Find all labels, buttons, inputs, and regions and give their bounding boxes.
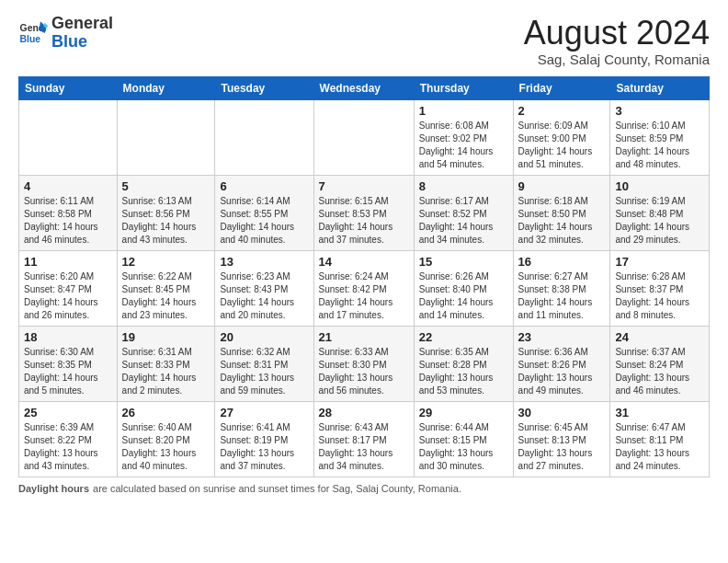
- day-number: 25: [24, 406, 112, 419]
- day-info: Sunrise: 6:40 AM Sunset: 8:20 PM Dayligh…: [122, 421, 210, 473]
- day-info: Sunrise: 6:10 AM Sunset: 8:59 PM Dayligh…: [615, 120, 704, 171]
- day-number: 4: [24, 179, 112, 193]
- calendar-cell: 14Sunrise: 6:24 AM Sunset: 8:42 PM Dayli…: [313, 250, 414, 326]
- footer: Daylight hours are calculated based on s…: [18, 483, 710, 494]
- day-info: Sunrise: 6:33 AM Sunset: 8:30 PM Dayligh…: [319, 346, 409, 397]
- day-number: 29: [419, 406, 508, 419]
- day-number: 28: [319, 406, 409, 419]
- day-info: Sunrise: 6:39 AM Sunset: 8:22 PM Dayligh…: [24, 421, 112, 473]
- calendar-week-2: 4Sunrise: 6:11 AM Sunset: 8:58 PM Daylig…: [19, 175, 710, 250]
- calendar-cell: [313, 99, 414, 175]
- calendar-cell: 29Sunrise: 6:44 AM Sunset: 8:15 PM Dayli…: [414, 401, 513, 477]
- calendar-cell: 28Sunrise: 6:43 AM Sunset: 8:17 PM Dayli…: [313, 401, 414, 477]
- calendar-cell: 30Sunrise: 6:45 AM Sunset: 8:13 PM Dayli…: [513, 401, 610, 477]
- day-number: 6: [220, 179, 308, 193]
- day-info: Sunrise: 6:08 AM Sunset: 9:02 PM Dayligh…: [419, 120, 508, 171]
- calendar-week-5: 25Sunrise: 6:39 AM Sunset: 8:22 PM Dayli…: [19, 401, 710, 477]
- day-number: 31: [615, 406, 704, 419]
- calendar-cell: 12Sunrise: 6:22 AM Sunset: 8:45 PM Dayli…: [117, 250, 215, 326]
- calendar-week-3: 11Sunrise: 6:20 AM Sunset: 8:47 PM Dayli…: [19, 250, 710, 326]
- calendar-header-saturday: Saturday: [610, 76, 710, 99]
- day-info: Sunrise: 6:15 AM Sunset: 8:53 PM Dayligh…: [319, 195, 409, 247]
- day-number: 2: [518, 104, 606, 118]
- day-info: Sunrise: 6:18 AM Sunset: 8:50 PM Dayligh…: [518, 195, 606, 247]
- day-info: Sunrise: 6:24 AM Sunset: 8:42 PM Dayligh…: [319, 270, 409, 322]
- logo-blue-text: Blue: [51, 32, 87, 51]
- footer-label: Daylight hours: [18, 483, 89, 494]
- day-number: 16: [518, 255, 606, 269]
- calendar-cell: 11Sunrise: 6:20 AM Sunset: 8:47 PM Dayli…: [19, 250, 118, 326]
- day-number: 20: [220, 330, 308, 344]
- day-info: Sunrise: 6:37 AM Sunset: 8:24 PM Dayligh…: [615, 346, 704, 397]
- calendar-cell: 24Sunrise: 6:37 AM Sunset: 8:24 PM Dayli…: [610, 326, 710, 401]
- calendar-cell: [117, 99, 215, 175]
- calendar-cell: 22Sunrise: 6:35 AM Sunset: 8:28 PM Dayli…: [414, 326, 513, 401]
- day-info: Sunrise: 6:11 AM Sunset: 8:58 PM Dayligh…: [24, 195, 112, 247]
- day-number: 11: [24, 255, 112, 269]
- calendar-cell: 9Sunrise: 6:18 AM Sunset: 8:50 PM Daylig…: [513, 175, 610, 250]
- day-info: Sunrise: 6:22 AM Sunset: 8:45 PM Dayligh…: [122, 270, 210, 322]
- day-number: 10: [615, 179, 704, 193]
- page: General Blue General Blue August 2024 Sa…: [0, 0, 728, 563]
- day-number: 23: [518, 330, 606, 344]
- day-number: 22: [419, 330, 508, 344]
- day-number: 26: [122, 406, 210, 419]
- day-info: Sunrise: 6:44 AM Sunset: 8:15 PM Dayligh…: [419, 421, 508, 473]
- day-number: 30: [518, 406, 606, 419]
- day-number: 15: [419, 255, 508, 269]
- calendar-cell: 5Sunrise: 6:13 AM Sunset: 8:56 PM Daylig…: [117, 175, 215, 250]
- day-number: 3: [615, 104, 704, 118]
- calendar-cell: 10Sunrise: 6:19 AM Sunset: 8:48 PM Dayli…: [610, 175, 710, 250]
- logo-icon: General Blue: [18, 18, 48, 48]
- day-info: Sunrise: 6:31 AM Sunset: 8:33 PM Dayligh…: [122, 346, 210, 397]
- day-number: 18: [24, 330, 112, 344]
- day-info: Sunrise: 6:26 AM Sunset: 8:40 PM Dayligh…: [419, 270, 508, 322]
- calendar-cell: 17Sunrise: 6:28 AM Sunset: 8:37 PM Dayli…: [610, 250, 710, 326]
- day-info: Sunrise: 6:45 AM Sunset: 8:13 PM Dayligh…: [518, 421, 606, 473]
- day-info: Sunrise: 6:43 AM Sunset: 8:17 PM Dayligh…: [319, 421, 409, 473]
- day-info: Sunrise: 6:20 AM Sunset: 8:47 PM Dayligh…: [24, 270, 112, 322]
- day-info: Sunrise: 6:41 AM Sunset: 8:19 PM Dayligh…: [220, 421, 308, 473]
- day-number: 1: [419, 104, 508, 118]
- day-number: 14: [319, 255, 409, 269]
- calendar-week-1: 1Sunrise: 6:08 AM Sunset: 9:02 PM Daylig…: [19, 99, 710, 175]
- day-info: Sunrise: 6:13 AM Sunset: 8:56 PM Dayligh…: [122, 195, 210, 247]
- day-info: Sunrise: 6:17 AM Sunset: 8:52 PM Dayligh…: [419, 195, 508, 247]
- day-number: 8: [419, 179, 508, 193]
- logo-general-text: General: [51, 14, 113, 32]
- day-number: 19: [122, 330, 210, 344]
- day-number: 17: [615, 255, 704, 269]
- day-info: Sunrise: 6:14 AM Sunset: 8:55 PM Dayligh…: [220, 195, 308, 247]
- calendar-header-row: SundayMondayTuesdayWednesdayThursdayFrid…: [19, 76, 710, 99]
- calendar: SundayMondayTuesdayWednesdayThursdayFrid…: [18, 76, 710, 477]
- calendar-cell: [215, 99, 313, 175]
- calendar-header-monday: Monday: [117, 76, 215, 99]
- calendar-cell: 20Sunrise: 6:32 AM Sunset: 8:31 PM Dayli…: [215, 326, 313, 401]
- calendar-cell: 16Sunrise: 6:27 AM Sunset: 8:38 PM Dayli…: [513, 250, 610, 326]
- day-info: Sunrise: 6:35 AM Sunset: 8:28 PM Dayligh…: [419, 346, 508, 397]
- logo: General Blue General Blue: [18, 15, 113, 52]
- calendar-cell: 31Sunrise: 6:47 AM Sunset: 8:11 PM Dayli…: [610, 401, 710, 477]
- day-info: Sunrise: 6:28 AM Sunset: 8:37 PM Dayligh…: [615, 270, 704, 322]
- calendar-cell: 7Sunrise: 6:15 AM Sunset: 8:53 PM Daylig…: [313, 175, 414, 250]
- calendar-cell: 23Sunrise: 6:36 AM Sunset: 8:26 PM Dayli…: [513, 326, 610, 401]
- header: General Blue General Blue August 2024 Sa…: [18, 15, 710, 67]
- footer-text: are calculated based on sunrise and suns…: [93, 483, 461, 494]
- calendar-cell: 19Sunrise: 6:31 AM Sunset: 8:33 PM Dayli…: [117, 326, 215, 401]
- day-number: 27: [220, 406, 308, 419]
- month-year: August 2024: [524, 15, 710, 52]
- calendar-cell: 6Sunrise: 6:14 AM Sunset: 8:55 PM Daylig…: [215, 175, 313, 250]
- calendar-header-friday: Friday: [513, 76, 610, 99]
- day-number: 12: [122, 255, 210, 269]
- day-info: Sunrise: 6:30 AM Sunset: 8:35 PM Dayligh…: [24, 346, 112, 397]
- calendar-cell: 8Sunrise: 6:17 AM Sunset: 8:52 PM Daylig…: [414, 175, 513, 250]
- day-info: Sunrise: 6:36 AM Sunset: 8:26 PM Dayligh…: [518, 346, 606, 397]
- calendar-cell: 15Sunrise: 6:26 AM Sunset: 8:40 PM Dayli…: [414, 250, 513, 326]
- calendar-cell: 27Sunrise: 6:41 AM Sunset: 8:19 PM Dayli…: [215, 401, 313, 477]
- title-block: August 2024 Sag, Salaj County, Romania: [524, 15, 710, 67]
- calendar-cell: 13Sunrise: 6:23 AM Sunset: 8:43 PM Dayli…: [215, 250, 313, 326]
- day-info: Sunrise: 6:23 AM Sunset: 8:43 PM Dayligh…: [220, 270, 308, 322]
- day-info: Sunrise: 6:19 AM Sunset: 8:48 PM Dayligh…: [615, 195, 704, 247]
- day-info: Sunrise: 6:27 AM Sunset: 8:38 PM Dayligh…: [518, 270, 606, 322]
- svg-text:Blue: Blue: [20, 33, 41, 43]
